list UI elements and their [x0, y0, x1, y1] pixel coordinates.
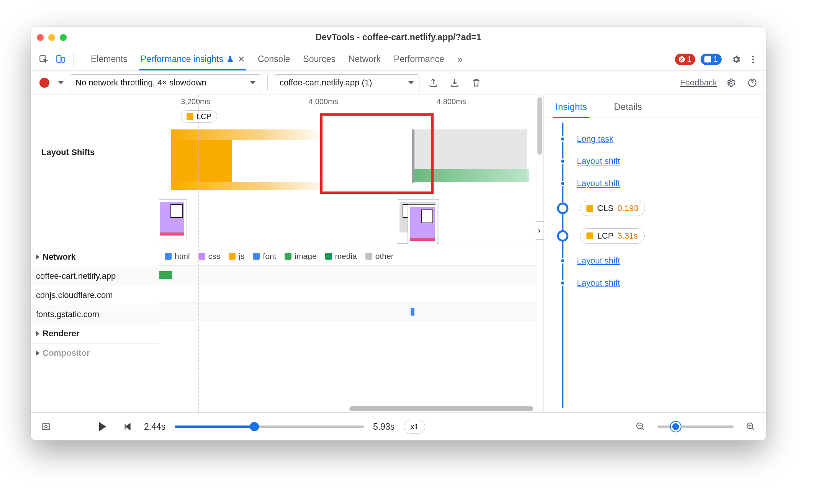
svg-point-5 — [752, 61, 754, 63]
screenshot-thumbnail[interactable] — [157, 199, 187, 239]
lcp-value: 3.31s — [617, 231, 638, 241]
network-row[interactable] — [159, 284, 537, 303]
insight-layout-shift[interactable]: Layout shift — [577, 256, 620, 266]
swatch-icon — [325, 253, 332, 260]
help-icon[interactable] — [745, 75, 760, 90]
request-bar[interactable] — [157, 271, 172, 279]
scrollbar-thumb[interactable] — [349, 406, 533, 411]
screenshot-thumbnail[interactable] — [408, 205, 437, 244]
time-ruler: 3,200ms 4,000ms 4,800ms — [159, 95, 537, 107]
insight-layout-shift[interactable]: Layout shift — [577, 178, 620, 188]
insight-dot — [560, 280, 565, 286]
swatch-icon — [198, 253, 205, 260]
network-legend: html css js font image media other — [159, 247, 537, 266]
skip-start-button[interactable] — [120, 419, 135, 434]
timing-bar[interactable] — [171, 182, 332, 190]
tab-console[interactable]: Console — [258, 48, 290, 70]
svg-rect-8 — [42, 424, 50, 429]
insights-list[interactable]: Long task Layout shift Layout shift CLS … — [544, 118, 766, 412]
ruler-tick: 4,000ms — [309, 97, 338, 106]
highlight-box — [320, 113, 434, 194]
zoom-thumb[interactable] — [671, 422, 681, 432]
timeline[interactable]: › Layout Shifts Network coffee-cart.netl… — [31, 95, 544, 412]
tab-network[interactable]: Network — [349, 48, 381, 70]
insights-pane: Insights Details Long task Layout shift … — [544, 95, 766, 412]
slider-thumb[interactable] — [250, 422, 259, 431]
feedback-link[interactable]: Feedback — [680, 78, 717, 88]
delete-icon[interactable] — [468, 75, 484, 90]
insight-long-task[interactable]: Long task — [577, 134, 613, 144]
tab-performance-insights[interactable]: Performance insights ✕ — [141, 48, 245, 70]
flask-icon — [226, 56, 234, 63]
settings-icon[interactable] — [729, 52, 744, 67]
record-button[interactable] — [37, 75, 52, 90]
sidepanel-toggle[interactable]: › — [535, 221, 544, 240]
zoom-in-icon[interactable] — [743, 419, 758, 434]
time-start: 2.44s — [144, 422, 165, 432]
svg-point-3 — [752, 56, 754, 57]
tab-insights[interactable]: Insights — [555, 101, 587, 118]
insight-dot — [560, 181, 565, 186]
lcp-chip[interactable]: LCP 3.31s — [580, 228, 645, 244]
recording-select[interactable]: coffee-cart.netlify.app (1) — [274, 74, 419, 91]
record-icon — [39, 78, 49, 88]
insight-dot — [560, 159, 565, 164]
device-toolbar-icon[interactable] — [53, 52, 68, 67]
lcp-swatch-icon — [187, 113, 193, 120]
horizontal-scrollbar[interactable] — [288, 405, 531, 412]
insight-layout-shift[interactable]: Layout shift — [577, 278, 620, 288]
export-icon[interactable] — [426, 75, 441, 90]
message-badge[interactable]: 1 — [701, 54, 722, 65]
network-row[interactable] — [159, 303, 537, 321]
panel-settings-icon[interactable] — [723, 75, 738, 90]
insight-marker — [557, 203, 568, 214]
timing-bar[interactable] — [171, 129, 324, 140]
network-section-label[interactable]: Network — [31, 247, 159, 267]
swatch-icon — [586, 232, 593, 239]
import-icon[interactable] — [447, 75, 462, 90]
playback-slider[interactable] — [175, 425, 364, 428]
devtools-window: DevTools - coffee-cart.netlify.app/?ad=1… — [31, 27, 766, 440]
zoom-slider[interactable] — [657, 425, 734, 428]
cls-chip[interactable]: CLS 0.193 — [580, 201, 645, 216]
preview-toggle-icon[interactable] — [38, 419, 54, 434]
speed-value: x1 — [410, 422, 419, 431]
tab-sources[interactable]: Sources — [303, 48, 335, 70]
timing-bar[interactable] — [171, 140, 232, 182]
network-host-1[interactable]: cdnjs.cloudflare.com — [31, 286, 159, 305]
renderer-row[interactable] — [159, 321, 537, 340]
swatch-icon — [165, 253, 172, 260]
tab-details[interactable]: Details — [614, 101, 642, 118]
tab-elements[interactable]: Elements — [91, 48, 128, 70]
recording-value: coffee-cart.netlify.app (1) — [280, 78, 372, 88]
play-icon — [99, 422, 106, 431]
insight-layout-shift[interactable]: Layout shift — [577, 156, 620, 166]
record-dropdown-icon[interactable] — [58, 81, 64, 84]
main-split: › Layout Shifts Network coffee-cart.netl… — [31, 95, 766, 413]
more-tabs-icon[interactable]: » — [457, 53, 463, 65]
zoom-out-icon[interactable] — [633, 419, 648, 434]
insights-tabs: Insights Details — [544, 95, 766, 118]
expand-icon — [36, 350, 39, 356]
network-host-0[interactable]: coffee-cart.netlify.app — [31, 267, 159, 286]
vertical-scrollbar[interactable] — [537, 97, 542, 155]
divider — [267, 75, 268, 90]
insight-dot — [560, 258, 565, 263]
renderer-section-label[interactable]: Renderer — [31, 324, 159, 343]
tab-performance[interactable]: Performance — [394, 48, 444, 70]
speed-chip[interactable]: x1 — [404, 420, 425, 434]
error-badge[interactable]: 1 — [675, 54, 695, 65]
inspect-element-icon[interactable] — [36, 52, 51, 67]
layout-shifts-label: Layout Shifts — [36, 143, 95, 162]
network-row[interactable] — [159, 266, 537, 284]
compositor-section-label[interactable]: Compositor — [31, 343, 159, 362]
request-bar[interactable] — [411, 308, 414, 316]
swatch-icon — [365, 253, 372, 260]
timeline-tracks[interactable]: 3,200ms 4,000ms 4,800ms LCP — [159, 95, 537, 412]
kebab-menu-icon[interactable] — [745, 52, 761, 67]
network-host-2[interactable]: fonts.gstatic.com — [31, 305, 159, 324]
throttling-select[interactable]: No network throttling, 4× slowdown — [70, 74, 261, 91]
ruler-tick: 3,200ms — [181, 97, 210, 106]
play-button[interactable] — [95, 419, 110, 434]
close-tab-icon[interactable]: ✕ — [238, 54, 245, 64]
